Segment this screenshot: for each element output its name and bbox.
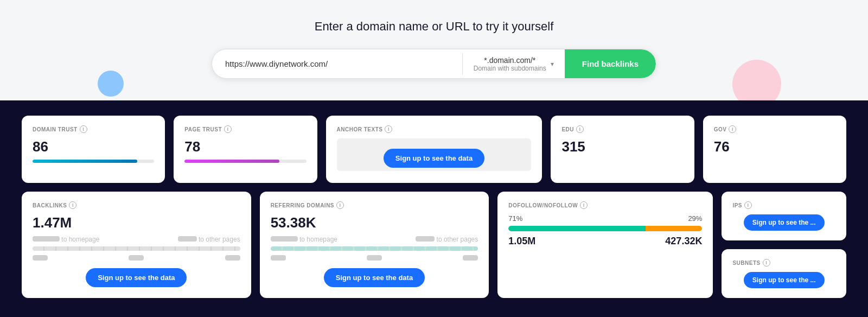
- dofollow-percent-row: 71% 29%: [508, 214, 702, 223]
- bottom-section: DOMAIN TRUST i 86 PAGE TRUST i 78 ANCHOR…: [0, 100, 868, 317]
- anchor-texts-info-icon[interactable]: i: [385, 125, 392, 133]
- edu-label: EDU i: [561, 125, 683, 133]
- referring-domains-value: 53.38K: [271, 214, 478, 231]
- referring-domains-label: REFERRING DOMAINS i: [271, 201, 478, 209]
- backlinks-sub-row: to homepage to other pages: [33, 236, 240, 243]
- domain-trust-bar-fill: [33, 160, 137, 163]
- domain-trust-info-icon[interactable]: i: [80, 125, 87, 133]
- subnets-info-icon[interactable]: i: [763, 259, 770, 267]
- search-bar: *.domain.com/* Domain with subdomains ▾ …: [212, 49, 656, 79]
- domain-selector[interactable]: *.domain.com/* Domain with subdomains ▾: [463, 56, 565, 72]
- page-trust-label: PAGE TRUST i: [184, 125, 306, 133]
- blob-pink-decoration: [732, 60, 781, 100]
- blur-block: [416, 236, 435, 242]
- search-input[interactable]: [212, 49, 462, 78]
- anchor-texts-label: ANCHOR TEXTS i: [337, 125, 532, 133]
- subnets-label: SUBNETS i: [732, 259, 835, 267]
- backlinks-signup-button[interactable]: Sign up to see the data: [86, 268, 187, 287]
- blob-blue-decoration: [98, 71, 124, 97]
- ips-info-icon[interactable]: i: [744, 201, 752, 209]
- edu-info-icon[interactable]: i: [576, 125, 584, 133]
- cards-row-2: BACKLINKS i 1.47M to homepage to other p…: [22, 192, 846, 298]
- domain-trust-bar: [33, 160, 154, 163]
- domain-trust-value: 86: [33, 138, 154, 155]
- page-trust-bar: [184, 160, 306, 163]
- domain-option-main: *.domain.com/*: [474, 56, 546, 65]
- referring-domains-card: REFERRING DOMAINS i 53.38K to homepage t…: [260, 192, 489, 298]
- cards-row-1: DOMAIN TRUST i 86 PAGE TRUST i 78 ANCHOR…: [22, 116, 846, 183]
- dofollow-percent-right: 29%: [688, 214, 702, 223]
- backlinks-card: BACKLINKS i 1.47M to homepage to other p…: [22, 192, 251, 298]
- page-trust-bar-fill: [184, 160, 279, 163]
- blur-block: [271, 236, 298, 242]
- anchor-texts-locked: Sign up to see the data: [337, 138, 532, 171]
- ips-label: IPS i: [732, 201, 835, 209]
- gov-value: 76: [714, 138, 835, 155]
- dofollow-value-left: 1.05M: [508, 236, 535, 247]
- page-trust-info-icon[interactable]: i: [224, 125, 232, 133]
- page-trust-card: PAGE TRUST i 78: [174, 116, 317, 183]
- domain-trust-label: DOMAIN TRUST i: [33, 125, 154, 133]
- gov-card: GOV i 76: [703, 116, 846, 183]
- chevron-down-icon: ▾: [551, 60, 554, 68]
- subnets-signup-button[interactable]: Sign up to see the ...: [744, 272, 825, 288]
- ips-card: IPS i Sign up to see the ...: [722, 192, 846, 240]
- anchor-texts-card: ANCHOR TEXTS i Sign up to see the data: [326, 116, 542, 183]
- blur-block: [178, 236, 197, 242]
- dofollow-value-row: 1.05M 427.32K: [508, 236, 702, 247]
- referring-domains-info-icon[interactable]: i: [336, 201, 344, 209]
- domain-option-sub: Domain with subdomains: [474, 65, 546, 72]
- backlinks-value: 1.47M: [33, 214, 240, 231]
- edu-value: 315: [561, 138, 683, 155]
- dofollow-info-icon[interactable]: i: [580, 201, 588, 209]
- edu-card: EDU i 315: [551, 116, 694, 183]
- ips-signup-button[interactable]: Sign up to see the ...: [744, 214, 825, 231]
- backlinks-label: BACKLINKS i: [33, 201, 240, 209]
- referring-blurred-numbers: [271, 255, 478, 262]
- find-backlinks-button[interactable]: Find backlinks: [565, 49, 656, 78]
- subnets-card: SUBNETS i Sign up to see the ...: [722, 249, 846, 298]
- backlinks-blurred-numbers: [33, 255, 240, 262]
- referring-sub-row: to homepage to other pages: [271, 236, 478, 243]
- dofollow-bar-fill: [508, 226, 702, 231]
- referring-blurred-bars: [271, 246, 478, 251]
- dofollow-value-right: 427.32K: [665, 236, 702, 247]
- top-section: Enter a domain name or URL to try it you…: [0, 0, 868, 100]
- anchor-texts-signup-button[interactable]: Sign up to see the data: [384, 149, 484, 168]
- dofollow-percent-left: 71%: [508, 214, 522, 223]
- dofollow-label: DOFOLLOW/NOFOLLOW i: [508, 201, 702, 209]
- backlinks-info-icon[interactable]: i: [69, 201, 76, 209]
- gov-label: GOV i: [714, 125, 835, 133]
- referring-domains-signup-button[interactable]: Sign up to see the data: [324, 268, 425, 287]
- dofollow-card: DOFOLLOW/NOFOLLOW i 71% 29% 1.05M 427.32…: [497, 192, 713, 298]
- gov-info-icon[interactable]: i: [729, 125, 736, 133]
- right-column: IPS i Sign up to see the ... SUBNETS i S…: [722, 192, 846, 298]
- page-title: Enter a domain name or URL to try it you…: [11, 20, 857, 34]
- blur-block: [33, 236, 60, 242]
- backlinks-blurred-bars: [33, 246, 240, 251]
- page-trust-value: 78: [184, 138, 306, 155]
- dofollow-bar: [508, 226, 702, 231]
- domain-trust-card: DOMAIN TRUST i 86: [22, 116, 165, 183]
